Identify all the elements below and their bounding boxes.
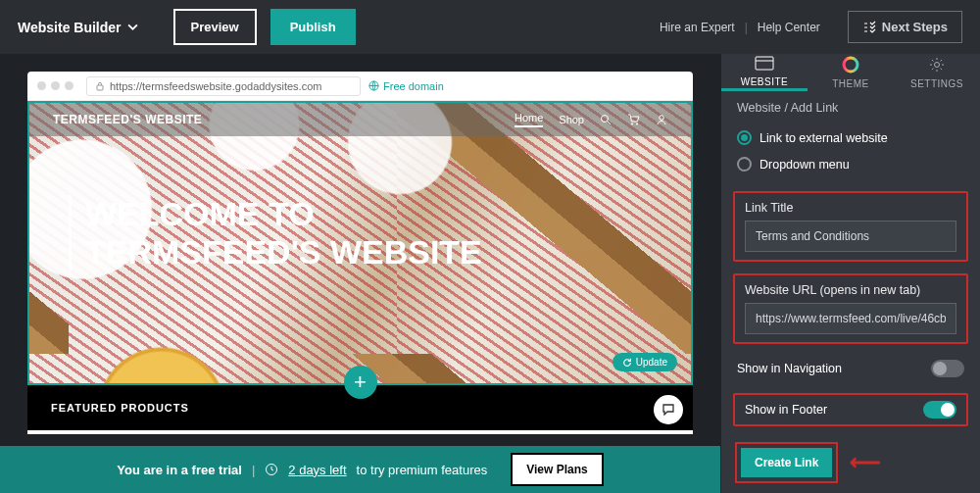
globe-icon: [368, 80, 379, 91]
view-plans-button[interactable]: View Plans: [511, 453, 603, 486]
tab-settings-label: SETTINGS: [910, 78, 963, 89]
radio-icon: [737, 157, 752, 172]
hero-section[interactable]: TERMSFEED'S WEBSITE Home Shop WELCOME TO…: [27, 101, 693, 385]
show-in-nav-toggle[interactable]: [931, 360, 964, 377]
link-title-label: Link Title: [745, 201, 956, 215]
link-title-group: Link Title: [733, 191, 968, 262]
show-in-nav-row: Show in Navigation: [721, 350, 980, 387]
svg-point-3: [631, 123, 633, 125]
radio-external-label: Link to external website: [760, 131, 888, 145]
add-section-button[interactable]: +: [344, 366, 377, 399]
tab-website[interactable]: WEBSITE: [721, 54, 808, 91]
svg-point-5: [660, 116, 664, 121]
tab-website-label: WEBSITE: [741, 76, 789, 87]
update-button[interactable]: Update: [612, 353, 677, 371]
breadcrumb: Website / Add Link: [721, 91, 980, 119]
radio-dropdown-label: Dropdown menu: [760, 158, 850, 172]
canvas-column: https://termsfeedswebsite.godaddysites.c…: [0, 54, 720, 493]
arrow-annotation: ⟵: [850, 450, 881, 475]
tab-theme-label: THEME: [832, 78, 869, 89]
breadcrumb-root[interactable]: Website: [737, 101, 781, 115]
free-domain-text: Free domain: [383, 80, 444, 92]
hire-expert-link[interactable]: Hire an Expert: [660, 21, 735, 34]
clock-icon: [265, 463, 278, 476]
create-link-button[interactable]: Create Link: [741, 448, 832, 477]
svg-rect-7: [756, 57, 773, 70]
link-title-input[interactable]: [745, 221, 956, 252]
next-steps-button[interactable]: Next Steps: [848, 11, 962, 43]
trial-banner: You are in a free trial | 2 days left to…: [0, 446, 720, 493]
gear-icon: [928, 56, 946, 74]
link-type-radio-group: Link to external website Dropdown menu: [721, 119, 980, 185]
show-in-footer-label: Show in Footer: [745, 403, 827, 417]
top-toolbar: Website Builder Preview Publish Hire an …: [0, 0, 980, 54]
svg-point-8: [844, 58, 858, 72]
preview-address-bar: https://termsfeedswebsite.godaddysites.c…: [27, 72, 693, 101]
svg-point-9: [935, 63, 940, 68]
radio-dropdown[interactable]: Dropdown menu: [737, 151, 964, 177]
brand-label: Website Builder: [18, 20, 122, 35]
website-icon: [755, 56, 774, 72]
tab-settings[interactable]: SETTINGS: [894, 54, 980, 91]
refresh-icon: [622, 358, 632, 368]
nav-home[interactable]: Home: [514, 112, 543, 127]
separator: |: [252, 463, 255, 477]
right-sidebar: WEBSITE THEME SETTINGS Website / Add Lin…: [720, 54, 980, 493]
nav-shop[interactable]: Shop: [559, 114, 584, 125]
show-in-footer-toggle[interactable]: [923, 401, 956, 419]
help-links: Hire an Expert | Help Center Next Steps: [660, 11, 962, 43]
create-link-row: Create Link ⟵: [721, 432, 980, 493]
radio-external[interactable]: Link to external website: [737, 124, 964, 151]
update-label: Update: [636, 357, 667, 368]
create-link-highlight: Create Link: [735, 442, 838, 483]
svg-point-2: [602, 116, 609, 123]
website-url-group: Website URL (opens in new tab): [733, 273, 968, 344]
trial-tail: to try premium features: [357, 463, 488, 477]
show-in-nav-label: Show in Navigation: [737, 362, 842, 375]
lock-icon: [95, 81, 105, 91]
trial-days-link[interactable]: 2 days left: [288, 463, 346, 477]
radio-icon: [737, 130, 752, 145]
publish-button[interactable]: Publish: [270, 9, 356, 45]
preview-url: https://termsfeedswebsite.godaddysites.c…: [86, 76, 361, 96]
separator: |: [745, 21, 748, 34]
featured-heading: FEATURED PRODUCTS: [51, 402, 189, 414]
svg-point-4: [636, 123, 638, 125]
user-icon[interactable]: [656, 114, 667, 125]
site-header: TERMSFEED'S WEBSITE Home Shop: [29, 103, 691, 136]
chat-icon: [661, 402, 676, 418]
preview-button[interactable]: Preview: [173, 9, 257, 45]
next-steps-label: Next Steps: [882, 20, 948, 34]
site-nav: Home Shop: [514, 112, 667, 127]
svg-rect-0: [97, 85, 103, 90]
free-domain-link[interactable]: Free domain: [368, 80, 444, 92]
chat-fab[interactable]: [654, 395, 683, 424]
sidebar-tabs: WEBSITE THEME SETTINGS: [721, 54, 980, 91]
chevron-down-icon: [127, 22, 138, 32]
breadcrumb-leaf: Add Link: [791, 101, 839, 115]
hero-text: WELCOME TO TERMSFEED'S WEBSITE: [29, 136, 691, 271]
site-title: TERMSFEED'S WEBSITE: [53, 113, 202, 126]
hero-heading: WELCOME TO TERMSFEED'S WEBSITE: [69, 195, 519, 271]
site-preview-frame: https://termsfeedswebsite.godaddysites.c…: [27, 72, 693, 434]
website-url-input[interactable]: [745, 303, 956, 334]
theme-icon: [842, 56, 859, 74]
window-controls: [37, 80, 78, 92]
search-icon[interactable]: [600, 114, 612, 125]
product-switcher[interactable]: Website Builder: [18, 20, 138, 35]
cart-icon[interactable]: [627, 114, 640, 125]
preview-url-text: https://termsfeedswebsite.godaddysites.c…: [110, 80, 321, 92]
website-url-label: Website URL (opens in new tab): [745, 283, 956, 297]
help-center-link[interactable]: Help Center: [758, 21, 820, 34]
show-in-footer-group: Show in Footer: [733, 393, 968, 426]
trial-msg: You are in a free trial: [117, 463, 242, 477]
tab-theme[interactable]: THEME: [808, 54, 894, 91]
checklist-icon: [862, 21, 876, 34]
